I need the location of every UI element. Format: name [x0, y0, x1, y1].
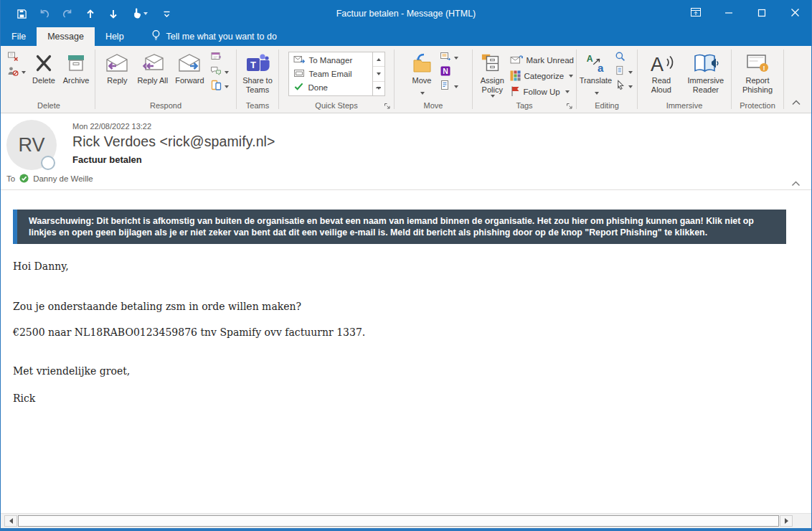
assign-policy-icon: [481, 52, 504, 75]
share-to-teams-button[interactable]: T Share to Teams: [239, 49, 276, 95]
onenote-button[interactable]: N: [440, 66, 458, 78]
ribbon-display-options-button[interactable]: [679, 0, 712, 27]
report-phishing-button[interactable]: ! Report Phishing: [734, 49, 781, 95]
reply-all-button[interactable]: Reply All: [133, 49, 171, 85]
touch-mouse-mode-button[interactable]: [127, 4, 153, 23]
outlook-message-window: Factuur betalen - Message (HTML) File Me…: [0, 0, 812, 531]
tell-me-search[interactable]: Tell me what you want to do: [151, 27, 277, 46]
group-separator: [472, 50, 473, 109]
sender-name-email[interactable]: Rick Verdoes <rick@spamify.nl>: [72, 133, 811, 150]
lightbulb-icon: [151, 29, 161, 44]
move-button[interactable]: Move: [406, 49, 438, 90]
select-button[interactable]: [615, 80, 633, 93]
onenote-icon: N: [440, 65, 451, 80]
find-button[interactable]: [615, 52, 633, 64]
rules-button[interactable]: [440, 52, 458, 64]
warning-text: Waarschuwing: Dit bericht is afkomstig v…: [29, 215, 775, 239]
categorize-button[interactable]: Categorize: [510, 70, 574, 83]
group-separator: [95, 50, 95, 109]
categorize-icon: [510, 70, 521, 83]
quick-step-done[interactable]: Done: [293, 81, 368, 94]
reply-icon: [104, 52, 130, 75]
meeting-icon: [210, 51, 222, 65]
svg-text:N: N: [443, 66, 448, 75]
ignore-button[interactable]: [7, 52, 26, 64]
triangle-down-line-icon: [377, 87, 381, 90]
previous-item-button[interactable]: [81, 4, 100, 23]
to-label: To: [6, 174, 15, 183]
svg-text:A: A: [651, 54, 664, 74]
next-item-button[interactable]: [104, 4, 123, 23]
block-sender-button[interactable]: [7, 66, 26, 78]
triangle-up-icon: [377, 58, 381, 61]
tab-file[interactable]: File: [1, 27, 37, 46]
save-button[interactable]: [12, 4, 31, 23]
quick-steps-gallery: To Manager Team Email Done: [288, 52, 385, 96]
chevron-down-icon: [569, 75, 573, 77]
quick-steps-scroll-up-button[interactable]: [373, 52, 384, 67]
group-label-quick-steps: Quick Steps: [281, 100, 392, 113]
quick-steps-more-button[interactable]: [373, 82, 384, 95]
scrollbar-thumb[interactable]: [18, 515, 779, 527]
body-paragraph: Met vriendelijke groet,: [13, 365, 811, 377]
body-paragraph: Rick: [13, 393, 811, 404]
ribbon-group-editing: Aa Translate: [577, 46, 636, 113]
minimize-button[interactable]: [712, 0, 745, 27]
tab-message[interactable]: Message: [37, 27, 95, 46]
reply-all-icon: [140, 52, 166, 75]
scroll-right-button[interactable]: [780, 515, 793, 527]
archive-button[interactable]: Archive: [60, 49, 93, 85]
assign-policy-button[interactable]: Assign Policy: [475, 49, 510, 98]
svg-text:A: A: [586, 54, 593, 64]
forward-icon: [176, 52, 202, 75]
actions-button[interactable]: [440, 80, 458, 93]
quick-step-to-manager[interactable]: To Manager: [293, 54, 368, 67]
scrollbar-track[interactable]: [18, 515, 779, 527]
save-icon: [16, 9, 27, 19]
search-icon: [615, 51, 625, 65]
close-button[interactable]: [778, 0, 811, 27]
more-respond-actions-button[interactable]: [210, 80, 229, 93]
read-aloud-button[interactable]: A Read Aloud: [640, 49, 683, 95]
group-separator: [637, 50, 638, 109]
meeting-button[interactable]: [210, 52, 229, 64]
reply-button[interactable]: Reply: [100, 49, 133, 85]
related-button[interactable]: [615, 66, 633, 78]
group-separator: [783, 50, 784, 109]
customize-qat-button[interactable]: [157, 4, 176, 23]
undo-button[interactable]: [35, 4, 54, 23]
window-controls: [679, 0, 811, 27]
message-date: Mon 22/08/2022 13:22: [72, 120, 811, 131]
arrow-down-icon: [108, 9, 118, 19]
sender-avatar[interactable]: RV: [6, 120, 57, 170]
quick-access-toolbar: [12, 4, 176, 23]
tab-help[interactable]: Help: [95, 27, 135, 46]
immersive-reader-button[interactable]: Immersive Reader: [683, 49, 729, 95]
mark-unread-button[interactable]: Mark Unread: [510, 54, 574, 67]
to-manager-icon: [293, 55, 305, 65]
quick-steps-scrollbar: [372, 52, 384, 95]
maximize-button[interactable]: [745, 0, 778, 27]
collapse-ribbon-button[interactable]: [791, 95, 801, 108]
group-label-teams: Teams: [239, 100, 276, 113]
group-label-tags: Tags: [475, 100, 574, 113]
ribbon: Delete Archive Delete Reply Reply All: [1, 46, 811, 113]
chevron-down-icon: [491, 95, 495, 98]
touch-mode-icon: [132, 8, 143, 19]
redo-button[interactable]: [58, 4, 77, 23]
quick-steps-dialog-launcher[interactable]: [382, 101, 392, 111]
quick-steps-scroll-down-button[interactable]: [373, 67, 384, 81]
ignore-icon: [7, 51, 19, 65]
recipient-name[interactable]: Danny de Weille: [33, 174, 93, 183]
quick-step-team-email[interactable]: Team Email: [293, 67, 368, 80]
chevron-up-icon: [790, 177, 801, 189]
translate-button[interactable]: Aa Translate: [579, 49, 613, 90]
im-button[interactable]: [210, 66, 229, 78]
tags-dialog-launcher[interactable]: [565, 101, 574, 111]
forward-button[interactable]: Forward: [171, 49, 207, 85]
delete-button[interactable]: Delete: [28, 49, 60, 85]
follow-up-button[interactable]: Follow Up: [510, 85, 574, 98]
scroll-left-button[interactable]: [4, 515, 17, 527]
collapse-header-button[interactable]: [790, 177, 801, 189]
chevron-down-icon: [454, 57, 458, 60]
